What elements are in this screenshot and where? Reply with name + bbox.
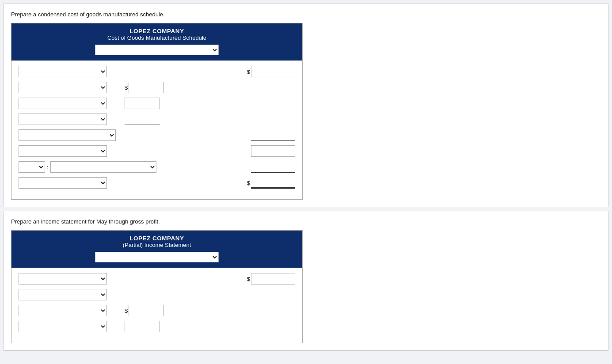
row7-separator: : <box>47 164 49 171</box>
section1-instruction: Prepare a condensed cost of goods manufa… <box>11 11 601 18</box>
row4-amount[interactable] <box>125 114 160 125</box>
row5-right <box>251 129 295 141</box>
row8-label-select[interactable] <box>19 177 107 189</box>
form-row-8: $ <box>19 176 295 190</box>
company-name-1: LOPEZ COMPANY <box>15 28 299 34</box>
row3-label-select[interactable] <box>19 98 107 109</box>
s2-row3-amount[interactable] <box>129 305 164 316</box>
schedule-header-2: LOPEZ COMPANY (Partial) Income Statement… <box>11 231 302 268</box>
row5-amount[interactable] <box>251 129 295 141</box>
s2-form-row-3: $ <box>19 304 295 317</box>
form-row-4 <box>19 113 295 126</box>
row2-dollar: $ <box>125 84 128 91</box>
s2-row1-right: $ <box>247 273 295 284</box>
s2-row4-mid <box>125 321 160 332</box>
row8-dollar: $ <box>247 180 250 186</box>
s2-form-row-1: $ <box>19 272 295 285</box>
s2-row3-mid: $ <box>125 305 164 316</box>
s2-row1-label-select[interactable] <box>19 273 107 284</box>
schedule-header-1: LOPEZ COMPANY Cost of Goods Manufactured… <box>11 23 302 61</box>
row1-right: $ <box>247 66 295 77</box>
section2-instruction: Prepare an income statement for May thro… <box>11 218 601 225</box>
row5-label-select[interactable] <box>19 129 116 141</box>
s2-row1-amount[interactable] <box>251 273 295 284</box>
period-select-2[interactable]: For the Month Ended May 31 <box>95 252 219 262</box>
s2-form-row-2 <box>19 288 295 301</box>
row2-label-select[interactable] <box>19 82 107 93</box>
row8-right: $ <box>247 177 295 189</box>
row6-amount[interactable] <box>251 145 295 157</box>
form-row-6 <box>19 144 295 158</box>
row3-mid <box>125 98 160 109</box>
form-row-3 <box>19 97 295 110</box>
row1-amount[interactable] <box>251 66 295 77</box>
row8-amount[interactable] <box>251 177 295 189</box>
schedule-body-2: $ $ <box>11 268 302 343</box>
row3-amount[interactable] <box>125 98 160 109</box>
row6-right <box>251 145 295 157</box>
row1-label-select[interactable] <box>19 66 107 77</box>
row4-label-select[interactable] <box>19 114 107 125</box>
row7-label-select-sm[interactable] <box>19 161 45 173</box>
schedule-body-1: $ $ <box>11 61 302 199</box>
schedule-title-2: (Partial) Income Statement <box>15 242 299 248</box>
s2-row3-label-select[interactable] <box>19 305 107 316</box>
row1-dollar: $ <box>247 68 250 75</box>
s2-form-row-4 <box>19 320 295 333</box>
schedule-income-statement: LOPEZ COMPANY (Partial) Income Statement… <box>11 230 303 343</box>
s2-row1-dollar: $ <box>247 276 250 282</box>
row6-label-select[interactable] <box>19 145 107 157</box>
s2-row4-amount[interactable] <box>125 321 160 332</box>
company-name-2: LOPEZ COMPANY <box>15 235 299 242</box>
form-row-5 <box>19 129 295 142</box>
row7-right <box>251 161 295 173</box>
row2-amount[interactable] <box>129 82 164 93</box>
schedule-cost-of-goods: LOPEZ COMPANY Cost of Goods Manufactured… <box>11 23 303 200</box>
schedule-title-1: Cost of Goods Manufactured Schedule <box>15 34 299 41</box>
row7-amount[interactable] <box>251 161 295 173</box>
section-income-statement: Prepare an income statement for May thro… <box>4 211 608 351</box>
form-row-2: $ <box>19 81 295 94</box>
row4-mid <box>125 114 160 125</box>
section-cost-of-goods: Prepare a condensed cost of goods manufa… <box>4 4 608 207</box>
row7-label-select-md[interactable] <box>50 161 156 173</box>
s2-row3-dollar: $ <box>125 307 128 314</box>
row2-mid: $ <box>125 82 164 93</box>
period-select-1[interactable]: For the Month Ended May 31 <box>95 45 219 55</box>
s2-row2-label-select[interactable] <box>19 289 107 300</box>
s2-row4-label-select[interactable] <box>19 321 107 332</box>
form-row-1: $ <box>19 65 295 78</box>
form-row-7: : <box>19 160 295 174</box>
